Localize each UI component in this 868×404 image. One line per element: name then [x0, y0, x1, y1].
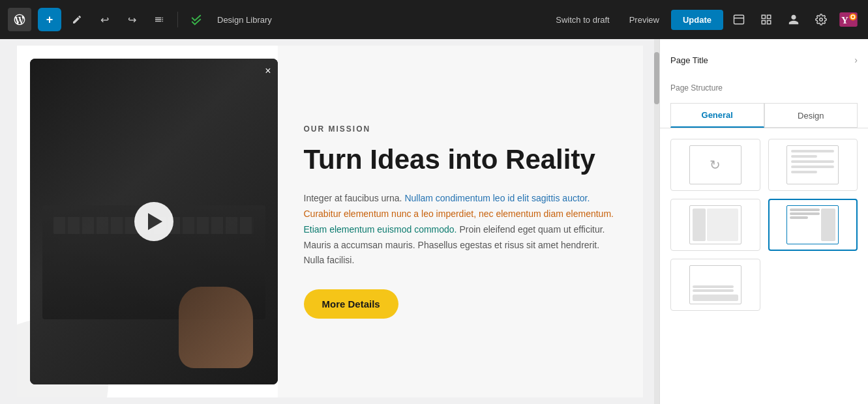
thumb-footer-line-1	[693, 285, 734, 288]
page-title-row[interactable]: Page Title ›	[670, 50, 858, 76]
wordpress-logo[interactable]	[8, 8, 31, 31]
video-background	[30, 59, 278, 384]
preview-button[interactable]: Preview	[621, 11, 667, 29]
thumb-cs-main	[790, 209, 820, 241]
strikingly-icon-button[interactable]	[185, 8, 208, 31]
tabs-row: General Design	[670, 103, 858, 128]
svg-rect-4	[762, 21, 765, 24]
thumb-cs-line-2	[790, 212, 820, 215]
layout-thumb-blank: ↻	[689, 145, 741, 184]
svg-rect-0	[734, 15, 744, 24]
thumb-cs-side	[821, 209, 835, 241]
tab-design[interactable]: Design	[764, 103, 858, 128]
list-view-button[interactable]	[147, 8, 171, 31]
layout-thumb-sidebar-left	[689, 205, 741, 244]
svg-rect-5	[768, 21, 771, 24]
main-heading: Turn Ideas into Reality	[304, 144, 617, 175]
layout-grid: ↻	[660, 128, 868, 321]
thumb-main-col	[707, 209, 738, 241]
svg-rect-2	[762, 15, 765, 18]
switch-to-draft-button[interactable]: Switch to draft	[548, 11, 617, 29]
play-button[interactable]	[134, 202, 173, 241]
layout-thumb-footer	[689, 265, 741, 304]
sidebar-header: Page Title › Page Structure General Desi…	[660, 39, 868, 128]
layout-option-blank[interactable]: ↻	[670, 139, 760, 191]
link-curabitur[interactable]: Curabitur elementum nunc a leo imperdiet…	[304, 209, 614, 219]
body-text: Integer at faucibus urna. Nullam condime…	[304, 191, 617, 268]
refresh-icon: ↻	[710, 157, 721, 173]
toolbar-divider	[177, 12, 178, 27]
svg-point-6	[820, 18, 823, 22]
link-etiam[interactable]: Etiam elementum euismod commodo.	[304, 224, 457, 235]
svg-text:Y: Y	[841, 15, 848, 25]
layout-option-footer[interactable]	[670, 259, 760, 311]
undo-button[interactable]: ↩	[93, 8, 116, 31]
thumb-line-1	[791, 150, 834, 152]
svg-point-11	[852, 16, 854, 18]
canvas-scrollbar[interactable]	[654, 39, 659, 404]
hand-simulation	[179, 287, 253, 368]
page-content: × OUR MISSION Turn Ideas into Reality In…	[17, 46, 643, 397]
thumb-footer-bar	[693, 295, 738, 301]
main-layout: × OUR MISSION Turn Ideas into Reality In…	[0, 39, 868, 404]
page-structure-label: Page Structure	[670, 76, 858, 98]
thumb-footer-line-2	[693, 289, 734, 292]
thumb-line-2	[791, 155, 817, 158]
thumb-cs-line-3	[790, 216, 808, 219]
layout-toggle-button[interactable]	[727, 8, 751, 31]
layout-thumb-content-sidebar	[786, 205, 839, 244]
layout-option-sidebar-left[interactable]	[670, 199, 760, 251]
chevron-right-icon: ›	[854, 55, 858, 65]
user-account-button[interactable]	[782, 8, 805, 31]
scrollbar-thumb[interactable]	[654, 52, 659, 104]
thumb-line-5	[791, 171, 817, 173]
thumb-line-4	[791, 166, 834, 168]
thumb-line-3	[791, 160, 834, 163]
update-button[interactable]: Update	[671, 10, 723, 30]
toolbar: + ↩ ↪ Design Library Switch to draft Pre…	[0, 0, 868, 39]
video-close-button[interactable]: ×	[265, 65, 271, 77]
more-details-button[interactable]: More Details	[304, 289, 398, 319]
svg-rect-3	[768, 15, 771, 18]
yoast-seo-button[interactable]: Y	[837, 8, 860, 31]
toolbar-right: Switch to draft Preview Update Y	[548, 8, 860, 31]
tab-general[interactable]: General	[670, 103, 764, 128]
layout-option-content-sidebar[interactable]	[768, 199, 858, 251]
layout-thumb-lines	[786, 145, 839, 184]
page-title-label: Page Title	[670, 55, 708, 65]
design-library-button[interactable]: Design Library	[212, 11, 277, 29]
thumb-cs-line-1	[790, 209, 820, 211]
redo-button[interactable]: ↪	[120, 8, 143, 31]
layout-option-lines[interactable]	[768, 139, 858, 191]
text-block: OUR MISSION Turn Ideas into Reality Inte…	[278, 46, 643, 397]
edit-mode-button[interactable]	[65, 8, 89, 31]
settings-gear-button[interactable]	[809, 8, 833, 31]
canvas-area: × OUR MISSION Turn Ideas into Reality In…	[0, 39, 659, 404]
block-editor-button[interactable]	[755, 8, 778, 31]
sidebar-panel: Page Title › Page Structure General Desi…	[659, 39, 868, 404]
link-nullam[interactable]: Nullam condimentum leo id elit sagittis …	[404, 193, 590, 203]
section-label: OUR MISSION	[304, 124, 617, 134]
thumb-side-col	[693, 209, 706, 241]
add-block-button[interactable]: +	[38, 8, 61, 31]
video-block[interactable]: ×	[30, 59, 278, 384]
